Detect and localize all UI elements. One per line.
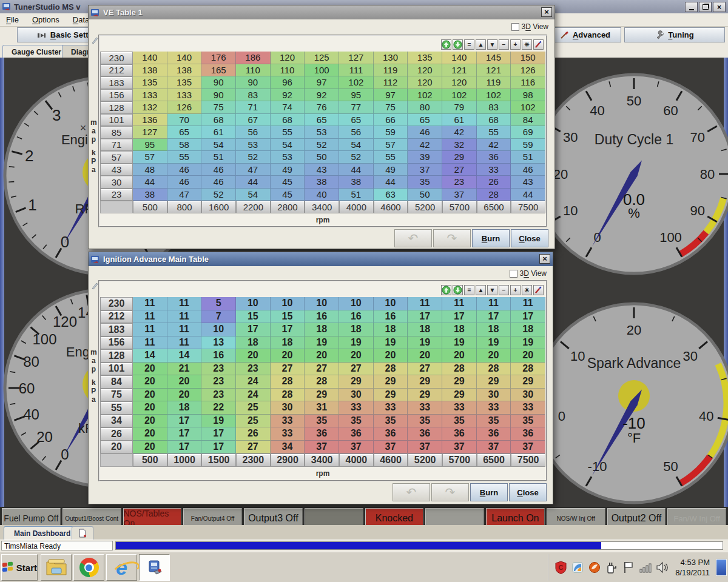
ign-cell[interactable]: 11 [511, 297, 545, 310]
ve-cell[interactable]: 135 [167, 76, 202, 89]
ign-cell[interactable]: 10 [305, 297, 339, 310]
ign-cell[interactable]: 11 [408, 297, 442, 310]
ve-cell[interactable]: 111 [339, 64, 374, 77]
ign-row-header[interactable]: 230 [100, 297, 133, 310]
ve-cell[interactable]: 54 [339, 139, 374, 152]
ign-cell[interactable]: 11 [477, 297, 511, 310]
ign-cell[interactable]: 29 [339, 375, 374, 389]
ign-cell[interactable]: 14 [167, 349, 202, 363]
ve-cell[interactable]: 59 [511, 139, 545, 152]
ign-cell[interactable]: 29 [305, 389, 339, 402]
ve-cell[interactable]: 44 [133, 176, 167, 189]
ve-col-header[interactable]: 500 [133, 201, 167, 213]
ign-cell[interactable]: 18 [477, 323, 511, 336]
ve-cell[interactable]: 79 [442, 101, 477, 114]
ve-cell[interactable]: 90 [201, 89, 236, 102]
ign-cell[interactable]: 5 [201, 297, 236, 310]
ign-cell[interactable]: 33 [271, 427, 305, 441]
ve-col-header[interactable]: 5200 [408, 201, 442, 213]
ign-cell[interactable]: 18 [374, 323, 408, 336]
ign-row-header[interactable]: 34 [100, 415, 133, 428]
ve-cell[interactable]: 77 [339, 101, 374, 114]
ign-cell[interactable]: 28 [511, 363, 545, 376]
ign-cell[interactable]: 36 [305, 427, 339, 441]
ve-cell[interactable]: 49 [271, 164, 305, 176]
ve-cell[interactable]: 51 [201, 151, 236, 164]
ve-cell[interactable]: 42 [442, 126, 477, 139]
ve-cell[interactable]: 55 [271, 126, 305, 139]
ve-cell[interactable]: 56 [339, 126, 374, 139]
ign-cell[interactable]: 35 [305, 415, 339, 428]
ve-cell[interactable]: 50 [408, 189, 442, 201]
ign-row-header[interactable]: 128 [100, 349, 133, 363]
ign-cell[interactable]: 28 [305, 375, 339, 389]
ign-cell[interactable]: 20 [133, 363, 167, 376]
ign-cell[interactable]: 33 [511, 401, 545, 415]
ign-cell[interactable]: 15 [271, 310, 305, 324]
ignition-close-button[interactable]: Close [509, 483, 547, 501]
ign-cell[interactable]: 18 [408, 323, 442, 336]
ign-cell[interactable]: 23 [201, 389, 236, 402]
ve-cell[interactable]: 44 [236, 176, 271, 189]
ign-row-header[interactable]: 156 [100, 336, 133, 350]
comodo-shield-icon[interactable]: C [554, 561, 567, 574]
power-plug-icon[interactable] [605, 561, 618, 574]
ve-cell[interactable]: 102 [408, 89, 442, 102]
ve-cell[interactable]: 52 [339, 151, 374, 164]
ign-cell[interactable]: 35 [339, 415, 374, 428]
minimize-icon[interactable] [685, 2, 698, 12]
ve-cell[interactable]: 84 [511, 114, 545, 127]
ve-cell[interactable]: 133 [133, 89, 167, 102]
ign-cell[interactable]: 20 [133, 401, 167, 415]
ign-cell[interactable]: 33 [339, 401, 374, 415]
ign-col-header[interactable]: 1000 [167, 453, 202, 467]
ve-cell[interactable]: 52 [305, 139, 339, 152]
ign-row-header[interactable]: 84 [100, 375, 133, 389]
ign-row-header[interactable]: 20 [100, 441, 133, 454]
network-signal-icon[interactable] [639, 561, 652, 574]
ignition-undo-button[interactable]: ↶ [393, 483, 430, 501]
ve-cell[interactable]: 35 [408, 176, 442, 189]
ve-cell[interactable]: 44 [511, 189, 545, 201]
ve-cell[interactable]: 29 [442, 151, 477, 164]
ve-tool-equal-button[interactable]: = [464, 39, 474, 50]
ve-cell[interactable]: 45 [271, 189, 305, 201]
ve-tool-scale-button[interactable]: ✳ [522, 39, 532, 50]
ign-cell[interactable]: 30 [477, 389, 511, 402]
ve-cell[interactable]: 23 [442, 176, 477, 189]
ign-col-header[interactable]: 4600 [374, 453, 408, 467]
ign-cell[interactable]: 28 [442, 363, 477, 376]
chrome-button[interactable] [73, 554, 104, 581]
ve-cell[interactable]: 69 [511, 126, 545, 139]
ign-cell[interactable]: 27 [408, 363, 442, 376]
ign-row-header[interactable]: 55 [100, 401, 133, 415]
ve-cell[interactable]: 121 [477, 64, 511, 77]
ign-row-header[interactable]: 26 [100, 427, 133, 441]
ve-redo-button[interactable]: ↷ [433, 229, 471, 247]
ign-cell[interactable]: 20 [374, 349, 408, 363]
ve-cell[interactable]: 37 [442, 189, 477, 201]
ve-cell[interactable]: 65 [339, 114, 374, 127]
ign-cell[interactable]: 33 [477, 401, 511, 415]
ign-cell[interactable]: 35 [511, 415, 545, 428]
ign-cell[interactable]: 27 [339, 363, 374, 376]
ve-cell[interactable]: 132 [133, 101, 167, 114]
ve-cell[interactable]: 37 [408, 164, 442, 176]
ve-cell[interactable]: 46 [167, 176, 202, 189]
ve-cell[interactable]: 46 [511, 164, 545, 176]
ve-col-header[interactable]: 5700 [442, 201, 477, 213]
ign-cell[interactable]: 18 [442, 323, 477, 336]
ve-col-header[interactable]: 6500 [477, 201, 511, 213]
ignition-burn-button[interactable]: Burn [470, 483, 508, 501]
ve-row-header[interactable]: 128 [100, 101, 133, 114]
ve-cell[interactable]: 55 [374, 151, 408, 164]
ve-cell[interactable]: 97 [305, 76, 339, 89]
ve-cell[interactable]: 127 [339, 52, 374, 64]
ign-cell[interactable]: 19 [408, 336, 442, 350]
ign-cell[interactable]: 19 [339, 336, 374, 350]
ve-tool-step-up-button[interactable]: ▲ [476, 39, 486, 50]
ve-cell[interactable]: 65 [167, 126, 202, 139]
ve-col-header[interactable]: 800 [167, 201, 202, 213]
ve-cell[interactable]: 136 [133, 114, 167, 127]
ve-undo-button[interactable]: ↶ [394, 229, 432, 247]
